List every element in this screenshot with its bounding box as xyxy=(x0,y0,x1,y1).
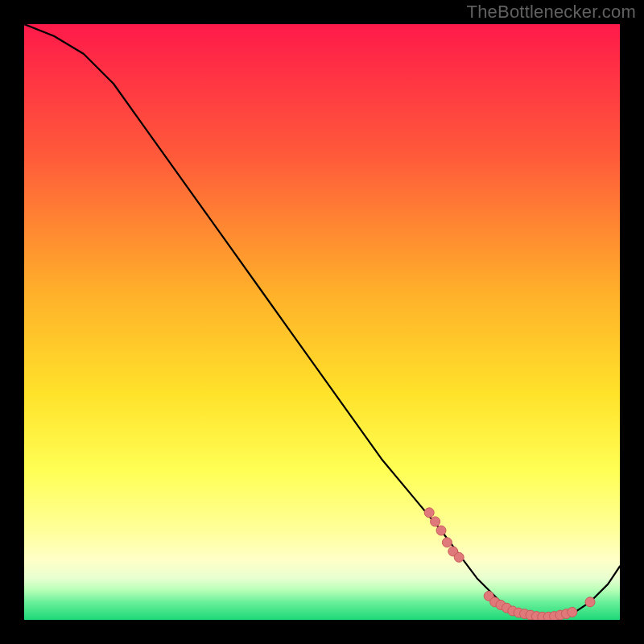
data-marker xyxy=(585,597,595,607)
data-marker xyxy=(454,552,464,562)
watermark-text: TheBottlenecker.com xyxy=(467,2,636,23)
data-marker xyxy=(431,517,440,526)
data-marker xyxy=(442,538,452,547)
data-marker xyxy=(436,526,446,535)
data-marker xyxy=(568,607,577,617)
chart-frame: TheBottlenecker.com xyxy=(0,0,644,644)
chart-svg xyxy=(24,24,620,620)
plot-area xyxy=(24,24,620,620)
gradient-background xyxy=(24,24,620,620)
data-marker xyxy=(424,508,434,518)
